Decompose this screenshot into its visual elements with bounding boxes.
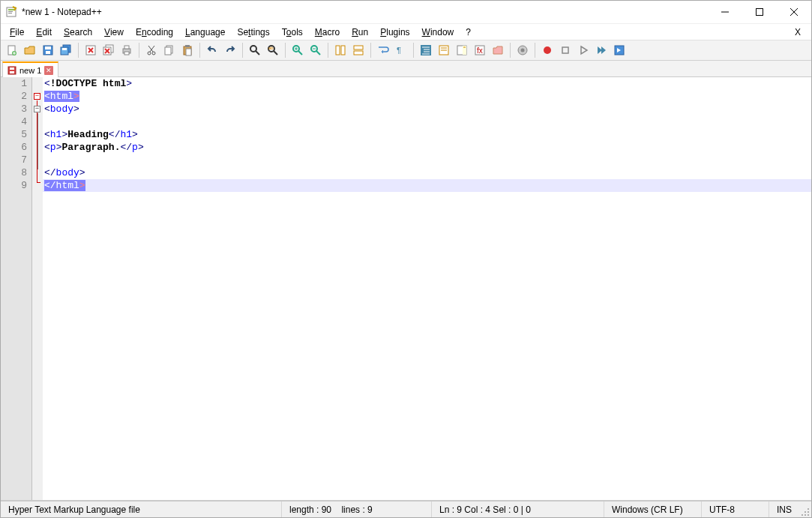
- svg-rect-1: [8, 9, 14, 10]
- svg-point-30: [148, 52, 151, 55]
- funclist-button[interactable]: fx: [472, 42, 488, 58]
- indent-guide-button[interactable]: [418, 42, 434, 58]
- open-file-button[interactable]: [22, 42, 38, 58]
- save-macro-button[interactable]: [611, 42, 628, 58]
- menu-view[interactable]: View: [98, 25, 130, 39]
- code-area[interactable]: <!DOCTYPE html><html><body><h1>Heading</…: [43, 77, 811, 500]
- menu-language[interactable]: Language: [179, 25, 231, 39]
- status-position: Ln : 9 Col : 4 Sel : 0 | 0: [432, 502, 604, 517]
- sync-v-button[interactable]: [332, 42, 349, 58]
- stop-macro-button[interactable]: [557, 42, 574, 58]
- svg-rect-51: [354, 46, 363, 49]
- code-line[interactable]: <!DOCTYPE html>: [44, 77, 811, 90]
- svg-line-38: [256, 51, 259, 55]
- code-line[interactable]: <p>Paragraph.</p>: [44, 141, 811, 154]
- wordwrap-button[interactable]: [375, 42, 391, 58]
- menu-window[interactable]: Window: [416, 25, 460, 39]
- record-macro-button[interactable]: [539, 42, 556, 58]
- svg-rect-26: [124, 46, 129, 49]
- svg-rect-13: [45, 46, 51, 49]
- menu-help[interactable]: ?: [460, 25, 477, 39]
- menu-close-x[interactable]: X: [787, 25, 808, 39]
- menu-edit[interactable]: Edit: [30, 25, 58, 39]
- statusbar: Hyper Text Markup Language file length :…: [1, 501, 811, 517]
- app-icon: [5, 6, 17, 18]
- tab-close-button[interactable]: ✕: [44, 66, 53, 75]
- menu-macro[interactable]: Macro: [309, 25, 346, 39]
- svg-text:¶: ¶: [397, 46, 401, 55]
- menu-encoding[interactable]: Encoding: [130, 25, 179, 39]
- cut-button[interactable]: [143, 42, 160, 58]
- svg-rect-35: [185, 45, 190, 47]
- print-button[interactable]: [118, 42, 135, 58]
- code-line[interactable]: [44, 154, 811, 166]
- save-button[interactable]: [40, 42, 56, 58]
- udl-button[interactable]: [436, 42, 452, 58]
- code-line[interactable]: [44, 115, 811, 128]
- save-all-button[interactable]: [58, 42, 74, 58]
- svg-point-31: [152, 52, 155, 55]
- menu-settings[interactable]: Settings: [231, 25, 275, 39]
- all-chars-button[interactable]: ¶: [393, 42, 409, 58]
- replace-button[interactable]: ab: [265, 42, 281, 58]
- unsaved-icon: [7, 66, 16, 75]
- code-line[interactable]: </body>: [44, 166, 811, 179]
- close-file-button[interactable]: [82, 42, 99, 58]
- line-number: 4: [1, 115, 27, 128]
- fold-gutter[interactable]: − −: [32, 77, 43, 500]
- line-number: 9: [1, 179, 27, 192]
- svg-rect-27: [124, 52, 129, 55]
- window: *new 1 - Notepad++ File Edit Search View…: [0, 0, 812, 518]
- code-line[interactable]: <h1>Heading</h1>: [44, 128, 811, 141]
- zoom-out-button[interactable]: [307, 42, 324, 58]
- maximize-button[interactable]: [742, 1, 777, 23]
- resize-grip[interactable]: [799, 502, 811, 518]
- status-filetype: Hyper Text Markup Language file: [1, 502, 282, 517]
- copy-button[interactable]: [161, 42, 178, 58]
- tab-new1[interactable]: new 1 ✕: [2, 61, 58, 77]
- svg-text:fx: fx: [477, 46, 483, 55]
- svg-rect-74: [10, 71, 14, 73]
- close-button[interactable]: [777, 1, 811, 23]
- svg-rect-49: [336, 46, 340, 55]
- zoom-in-button[interactable]: [289, 42, 306, 58]
- tab-label: new 1: [19, 66, 41, 75]
- docmap-button[interactable]: [454, 42, 470, 58]
- svg-point-68: [521, 49, 525, 52]
- play-macro-button[interactable]: [575, 42, 592, 58]
- status-eol[interactable]: Windows (CR LF): [604, 502, 702, 517]
- svg-rect-70: [562, 47, 568, 53]
- menu-file[interactable]: File: [4, 25, 30, 39]
- svg-rect-2: [8, 11, 13, 12]
- menu-plugins[interactable]: Plugins: [374, 25, 415, 39]
- svg-point-77: [808, 511, 809, 513]
- svg-line-43: [298, 51, 302, 55]
- line-number-gutter: 123456789: [1, 77, 32, 500]
- svg-text:ab: ab: [268, 46, 274, 50]
- menu-tools[interactable]: Tools: [276, 25, 309, 39]
- code-line[interactable]: <html>: [44, 90, 811, 103]
- svg-rect-73: [10, 67, 14, 70]
- paste-button[interactable]: [179, 42, 196, 58]
- redo-button[interactable]: [222, 42, 238, 58]
- status-encoding[interactable]: UTF-8: [702, 502, 769, 517]
- find-button[interactable]: [247, 42, 263, 58]
- monitoring-button[interactable]: [514, 42, 531, 58]
- menu-search[interactable]: Search: [58, 25, 98, 39]
- code-line[interactable]: <body>: [44, 103, 811, 115]
- svg-rect-3: [8, 13, 12, 13]
- status-mode[interactable]: INS: [769, 502, 799, 517]
- svg-point-75: [808, 508, 809, 510]
- minimize-button[interactable]: [708, 1, 742, 23]
- play-multi-button[interactable]: [593, 42, 610, 58]
- toolbar: ab ¶ fx: [1, 40, 811, 61]
- svg-line-40: [274, 51, 277, 55]
- close-all-button[interactable]: [100, 42, 117, 58]
- undo-button[interactable]: [204, 42, 220, 58]
- new-file-button[interactable]: [4, 42, 20, 58]
- sync-h-button[interactable]: [350, 42, 367, 58]
- line-number: 8: [1, 166, 27, 179]
- folder-panel-button[interactable]: [490, 42, 506, 58]
- menu-run[interactable]: Run: [346, 25, 374, 39]
- svg-line-47: [316, 51, 320, 55]
